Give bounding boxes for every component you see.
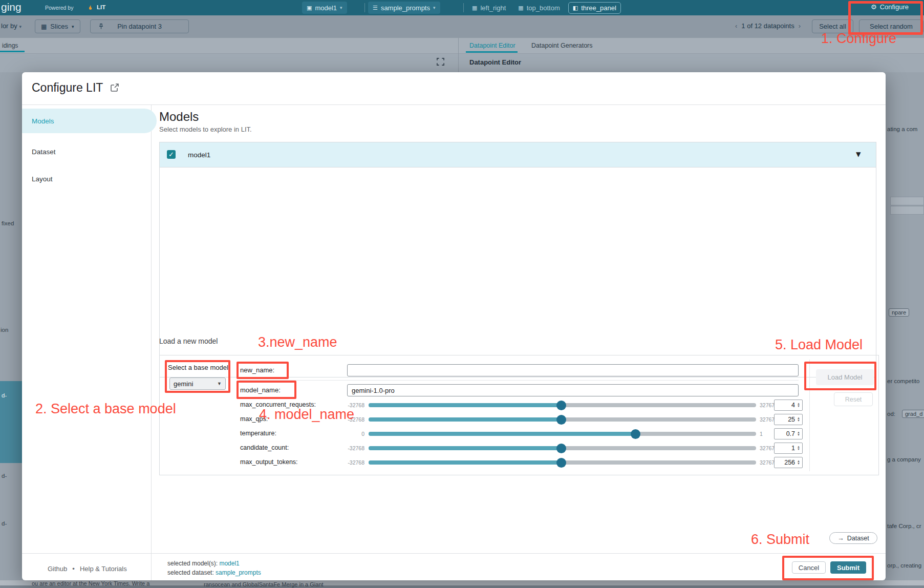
new-name-input[interactable] xyxy=(347,364,799,376)
pin-datapoint-button[interactable]: Pin datapoint 3 xyxy=(90,19,189,33)
select-all-label: Select all xyxy=(819,23,846,30)
slider-thumb[interactable] xyxy=(556,415,566,425)
sidebar-item-label: Models xyxy=(32,117,54,125)
slider-min-label: 0 xyxy=(313,431,364,437)
chevron-down-icon[interactable]: ▾ xyxy=(856,148,861,160)
annotation-box-load-model xyxy=(804,362,876,390)
model-checkbox[interactable]: ✓ xyxy=(167,150,176,159)
tab-datapoint-generators[interactable]: Datapoint Generators xyxy=(531,42,593,49)
chevron-down-icon: ▾ xyxy=(340,5,342,10)
list-icon: ☰ xyxy=(373,5,378,11)
footer-links: Github • Help & Tutorials xyxy=(48,565,127,573)
arrow-right-icon: → xyxy=(837,535,844,542)
selected-dataset-value[interactable]: sample_prompts xyxy=(216,569,261,576)
goto-dataset-button[interactable]: → Dataset xyxy=(829,532,877,544)
model-name-input[interactable]: gemini-1.0-pro xyxy=(347,384,799,396)
selected-dataset-line: selected dataset: sample_prompts xyxy=(167,569,261,576)
slider-value-input[interactable]: 4▲▼ xyxy=(774,400,803,411)
slider-fill xyxy=(369,460,561,465)
background-fragment: ransocean and GlobalSantaFe Merge in a G… xyxy=(204,581,324,587)
slider-fill xyxy=(369,432,635,436)
reset-button-label: Reset xyxy=(845,396,862,403)
sidebar-item-models[interactable]: Models xyxy=(22,109,157,133)
next-datapoint-arrow[interactable]: › xyxy=(799,22,801,30)
lit-app: ging Powered by LIT ▣ model1 ▾ ☰ sample_… xyxy=(0,0,924,588)
header-divider xyxy=(22,104,886,105)
model-list-row[interactable]: ✓ model1 ▾ xyxy=(160,142,876,167)
background-tabstrip: idings Datapoint Editor Datapoint Genera… xyxy=(0,38,924,54)
annotation-box-submit xyxy=(782,556,874,580)
slider-value-input[interactable]: 256▲▼ xyxy=(774,457,803,468)
slider-value-input[interactable]: 0.7▲▼ xyxy=(774,428,803,439)
slider-min-label: -32768 xyxy=(313,445,364,451)
open-in-new-icon[interactable] xyxy=(110,83,119,94)
slider-value: 25 xyxy=(788,416,795,423)
lit-flame-icon xyxy=(87,4,94,13)
background-fragment: d- xyxy=(2,473,7,479)
slider-thumb[interactable] xyxy=(556,401,566,410)
slider-max-label: 32767 xyxy=(760,416,775,423)
footer-divider xyxy=(22,553,886,554)
maximize-icon[interactable] xyxy=(436,57,445,68)
background-fragment: npare xyxy=(889,308,909,317)
layout-tab-top_bottom[interactable]: ▦top_bottom xyxy=(514,3,564,13)
model-selector-button[interactable]: ▣ model1 ▾ xyxy=(302,2,347,14)
stepper-arrows-icon[interactable]: ▲▼ xyxy=(797,417,800,422)
annotation-step6: 6. Submit xyxy=(751,532,809,548)
chevron-down-icon: ▾ xyxy=(72,24,74,29)
background-fragment: er competito xyxy=(887,378,919,384)
dataset-selector-button[interactable]: ☰ sample_prompts ▾ xyxy=(368,2,440,14)
background-chip: grad_d xyxy=(902,410,924,418)
background-fragment: ou are an editor at the New York Times. … xyxy=(32,580,149,586)
background-tab-embeddings[interactable]: idings xyxy=(2,42,18,49)
stepper-arrows-icon[interactable]: ▲▼ xyxy=(797,431,800,436)
tab-datapoint-editor[interactable]: Datapoint Editor xyxy=(469,42,515,49)
help-tutorials-link[interactable]: Help & Tutorials xyxy=(80,565,127,573)
slider-max-label: 32767 xyxy=(760,402,775,408)
slider-thumb[interactable] xyxy=(556,458,566,468)
model-name-label: model1 xyxy=(188,151,210,159)
selected-models-label: selected model(s): xyxy=(167,560,218,567)
layout-tab-three_panel[interactable]: ◧three_panel xyxy=(568,2,621,14)
panel-divider xyxy=(458,38,459,72)
sidebar-item-layout[interactable]: Layout xyxy=(22,171,157,186)
slider-track[interactable] xyxy=(369,432,756,436)
model-name-value: gemini-1.0-pro xyxy=(352,387,395,394)
dialog-title: Configure LIT xyxy=(32,81,103,95)
github-link[interactable]: Github xyxy=(48,565,67,573)
datapoint-pagination: ‹ 1 of 12 datapoints › xyxy=(735,22,801,30)
navbar-separator xyxy=(463,3,464,12)
dataset-selector-label: sample_prompts xyxy=(381,4,430,12)
background-fragment: d- xyxy=(2,392,7,398)
selected-dataset-label: selected dataset: xyxy=(167,569,214,576)
layout-tab-left_right[interactable]: ▦left_right xyxy=(468,3,510,13)
stepper-arrows-icon[interactable]: ▲▼ xyxy=(797,460,800,465)
prev-datapoint-arrow[interactable]: ‹ xyxy=(735,22,737,30)
annotation-box-base-model xyxy=(165,360,230,393)
annotation-step4: 4. model_name xyxy=(259,407,354,423)
section-heading: Models xyxy=(159,110,199,124)
slider-max-label: 1 xyxy=(760,431,763,437)
slider-thumb[interactable] xyxy=(556,444,566,453)
reset-button[interactable]: Reset xyxy=(834,392,873,406)
color-by-control[interactable]: lor by ▾ xyxy=(1,22,22,30)
sidebar-item-dataset[interactable]: Dataset xyxy=(22,144,157,159)
stepper-arrows-icon[interactable]: ▲▼ xyxy=(797,403,800,408)
slider-value-input[interactable]: 1▲▼ xyxy=(774,443,803,454)
field-divider xyxy=(239,380,799,381)
background-row xyxy=(890,206,924,215)
selected-models-line: selected model(s): model1 xyxy=(167,560,240,567)
slices-label: Slices xyxy=(50,23,68,30)
layout-tab-label: top_bottom xyxy=(527,4,560,12)
slider-thumb[interactable] xyxy=(631,429,640,439)
slider-fill xyxy=(369,417,561,422)
stepper-arrows-icon[interactable]: ▲▼ xyxy=(797,446,800,451)
annotation-step5: 5. Load Model xyxy=(775,337,863,353)
section-subheading: Select models to explore in LIT. xyxy=(159,125,252,133)
selected-models-value[interactable]: model1 xyxy=(219,560,239,567)
slider-value: 1 xyxy=(791,445,795,452)
slices-button[interactable]: ▦ Slices ▾ xyxy=(35,19,80,33)
slider-max-label: 32767 xyxy=(760,445,775,451)
selection-toolbar: lor by ▾ ▦ Slices ▾ Pin datapoint 3 ‹ 1 … xyxy=(0,15,924,38)
slider-value-input[interactable]: 25▲▼ xyxy=(774,414,803,425)
